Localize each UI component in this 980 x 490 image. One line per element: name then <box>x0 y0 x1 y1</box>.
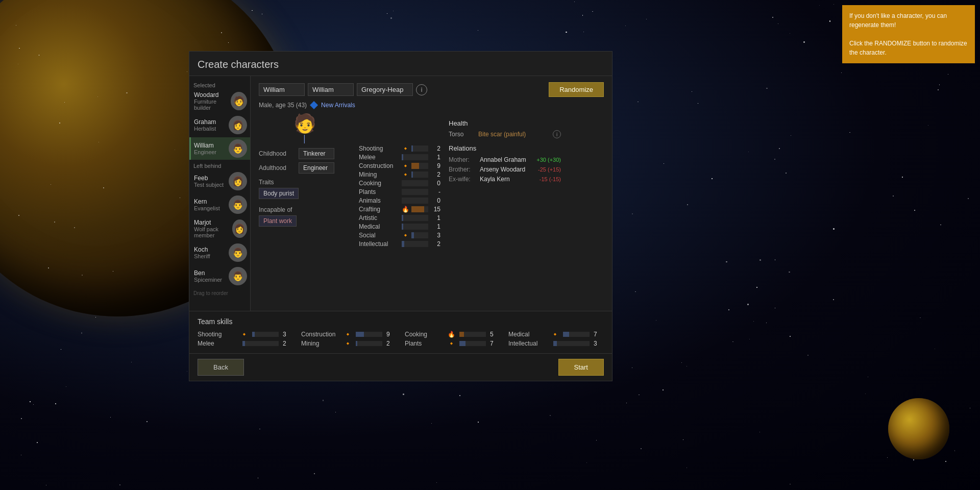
skill-bar <box>411 145 428 152</box>
ts-flame-icon: 🔸 <box>551 331 559 338</box>
skill-name: Animals <box>359 197 400 204</box>
ts-bar <box>459 341 486 346</box>
relation-score-mother: +30 (+30) <box>536 157 561 163</box>
start-button[interactable]: Start <box>558 359 604 376</box>
char-card-feeb[interactable]: Feeb Test subject 👩 <box>189 170 250 192</box>
ts-skill-value: 7 <box>594 331 604 338</box>
ts-bar-fill <box>563 332 569 337</box>
skill-row-plants: Plants - <box>359 188 440 195</box>
skill-row-shooting: Shooting 🔸 2 <box>359 145 440 152</box>
skill-value: 9 <box>430 162 440 169</box>
trait-body-purist[interactable]: Body purist <box>259 188 299 199</box>
skill-bar-fill <box>411 206 424 212</box>
char-name-woodard: Woodard <box>194 91 231 99</box>
skill-name: Cooking <box>359 180 400 187</box>
skill-row-melee: Melee 1 <box>359 154 440 161</box>
adulthood-label: Adulthood <box>259 164 295 172</box>
adulthood-value: Engineer <box>299 162 334 174</box>
char-role-koch: Sheriff <box>194 253 210 259</box>
ts-flame-icon: 🔸 <box>344 331 352 338</box>
incapable-plant-work: Plant work <box>259 215 297 227</box>
skill-bar <box>411 232 428 238</box>
adulthood-row: Adulthood Engineer <box>259 162 351 174</box>
char-card-graham[interactable]: Graham Herbalist 👩 <box>189 114 250 136</box>
relation-exwife: Ex-wife: Kayla Kern -15 (-15) <box>449 176 561 183</box>
skill-name: Plants <box>359 188 400 195</box>
avatar-woodard: 🧑 <box>231 92 247 110</box>
character-sidebar: Selected Woodard Furniture builder 🧑 Gra… <box>189 76 251 311</box>
char-name-ben: Ben <box>194 270 222 277</box>
back-button[interactable]: Back <box>198 359 244 376</box>
skill-row-social: Social 🔸 3 <box>359 232 440 239</box>
skill-flame-icon: 🔸 <box>402 162 409 169</box>
ts-skill-value: 7 <box>490 340 500 347</box>
ts-skill-value: 3 <box>283 331 293 338</box>
skill-bar <box>402 198 428 204</box>
nick-name-input[interactable] <box>308 83 354 96</box>
ts-skill-name: Mining <box>301 340 342 347</box>
team-skill-intellectual: Intellectual 3 <box>508 340 604 347</box>
ts-flame-icon: 🔥 <box>448 331 455 338</box>
last-name-input[interactable] <box>357 83 413 96</box>
traits-section: Traits Body purist <box>259 179 351 201</box>
char-card-woodard[interactable]: Woodard Furniture builder 🧑 <box>189 89 250 113</box>
skill-flame-icon: 🔥 <box>402 206 409 213</box>
ts-bar-fill <box>553 341 557 346</box>
skill-name: Shooting <box>359 145 400 152</box>
relation-mother: Mother: Annabel Graham +30 (+30) <box>449 156 561 163</box>
team-skill-melee: Melee 2 <box>198 340 293 347</box>
childhood-value: Tinkerer <box>299 148 334 159</box>
skill-name: Medical <box>359 223 400 230</box>
team-skill-medical: Medical 🔸 7 <box>508 331 604 338</box>
relation-name-exwife: Kayla Kern <box>480 176 536 183</box>
randomize-button[interactable]: Randomize <box>549 82 604 97</box>
skills-column: Shooting 🔸 2 Melee 1 Construction 🔸 9 Mi… <box>359 145 440 249</box>
char-name-graham: Graham <box>194 118 216 126</box>
drag-hint: Drag to reorder <box>189 288 250 298</box>
char-name-william: William <box>194 142 216 149</box>
team-skills-section: Team skills Shooting 🔸 3 Construction 🔸 … <box>189 311 612 353</box>
char-card-william[interactable]: William Engineer 👨 <box>189 137 250 160</box>
dialog-footer: Back Start <box>189 353 612 381</box>
info-button[interactable]: i <box>416 84 427 95</box>
ts-bar-fill <box>356 332 364 337</box>
ts-skill-value: 9 <box>386 331 397 338</box>
skill-bar-fill <box>402 154 403 160</box>
first-name-input[interactable] <box>259 83 305 96</box>
avatar-graham: 👩 <box>229 116 247 134</box>
relation-type-brother: Brother: <box>449 166 477 173</box>
avatar-koch: 👨 <box>229 243 247 262</box>
char-card-kern[interactable]: Kern Evangelist 👨 <box>189 193 250 216</box>
skill-value: - <box>430 188 440 195</box>
char-card-ben[interactable]: Ben Spiceminer 👨 <box>189 265 250 287</box>
skill-bar <box>411 172 428 178</box>
skill-flame-icon: 🔸 <box>402 145 409 152</box>
ts-skill-name: Shooting <box>198 331 238 338</box>
skill-bar-fill <box>411 145 413 152</box>
skill-name: Melee <box>359 154 400 161</box>
tooltip-line2: Click the RANDOMIZE button to randomize … <box>849 39 968 57</box>
ts-skill-name: Intellectual <box>508 340 549 347</box>
ts-flame-icon: 🔸 <box>344 340 352 347</box>
ts-skill-value: 2 <box>283 340 293 347</box>
team-skill-mining: Mining 🔸 2 <box>301 340 397 347</box>
health-status-torso: Bite scar (painful) <box>478 131 549 138</box>
faction-label: New Arrivals <box>321 102 355 109</box>
health-info-icon[interactable]: i <box>553 130 561 138</box>
char-name-marjot: Marjot <box>194 219 232 226</box>
bio-row: Male, age 35 (43) New Arrivals <box>259 101 604 109</box>
char-card-koch[interactable]: Koch Sheriff 👨 <box>189 241 250 264</box>
name-row: i Randomize <box>259 82 604 97</box>
ts-skill-value: 2 <box>386 340 397 347</box>
relations-title: Relations <box>449 144 561 152</box>
skill-value: 15 <box>430 206 440 213</box>
skill-row-artistic: Artistic 1 <box>359 214 440 222</box>
char-card-marjot[interactable]: Marjot Wolf pack member 👩 <box>189 217 250 240</box>
char-role-william: Engineer <box>194 149 216 155</box>
char-role-marjot: Wolf pack member <box>194 226 232 238</box>
tooltip-line1: If you don't like a character, you can r… <box>849 11 968 30</box>
team-skill-shooting: Shooting 🔸 3 <box>198 331 293 338</box>
skill-flame-icon: 🔸 <box>402 232 409 239</box>
health-title: Health <box>449 119 561 127</box>
skill-bar-fill <box>411 163 419 169</box>
